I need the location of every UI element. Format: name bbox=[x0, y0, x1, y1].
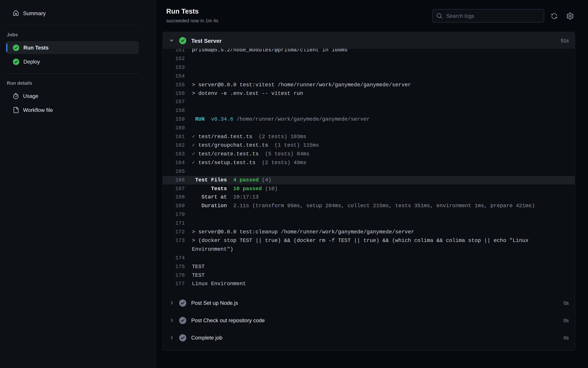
sidebar-item-deploy[interactable]: Deploy bbox=[6, 55, 139, 68]
job-header: Run Tests succeeded now in 1m 4s bbox=[166, 8, 575, 23]
log-line: 154 bbox=[163, 72, 575, 80]
step-duration: 0s bbox=[563, 335, 569, 341]
log-line: 171 bbox=[163, 219, 575, 228]
step-duration: 0s bbox=[563, 300, 569, 306]
sidebar-divider bbox=[6, 74, 139, 74]
line-number[interactable]: 162 bbox=[168, 141, 185, 150]
chevron-right-icon[interactable] bbox=[169, 335, 174, 340]
line-number[interactable]: 160 bbox=[168, 124, 185, 132]
search-box bbox=[432, 9, 544, 23]
sidebar-item-summary[interactable]: Summary bbox=[6, 7, 139, 20]
line-number[interactable]: 164 bbox=[168, 158, 185, 167]
log-line: 174 bbox=[163, 254, 575, 262]
log-line: 152 bbox=[163, 54, 575, 63]
sidebar-item-label: Deploy bbox=[23, 59, 40, 65]
line-number[interactable]: 158 bbox=[168, 106, 185, 115]
log-line: 160 bbox=[163, 124, 575, 132]
log-settings-button[interactable] bbox=[565, 11, 575, 21]
log-line: 169 Duration 2.11s (transform 95ms, setu… bbox=[163, 202, 575, 210]
line-number[interactable]: 165 bbox=[168, 167, 185, 176]
check-circle-icon bbox=[13, 45, 19, 51]
line-number[interactable]: 152 bbox=[168, 54, 185, 63]
log-line: 157 bbox=[163, 98, 575, 106]
log-line: 166 Test Files 4 passed (4) bbox=[163, 176, 575, 184]
line-number[interactable]: 176 bbox=[168, 271, 185, 280]
line-text: > server@0.0.0 test:cleanup /home/runner… bbox=[192, 228, 414, 236]
step-row-post-checkout[interactable]: Post Check out repository code 0s bbox=[163, 312, 575, 329]
sidebar-item-label: Run Tests bbox=[23, 45, 49, 51]
line-number[interactable]: 153 bbox=[168, 63, 185, 72]
sidebar: Summary Jobs Run Tests Deploy Run detail… bbox=[0, 0, 156, 368]
line-number[interactable]: 154 bbox=[168, 72, 185, 80]
line-number[interactable]: 166 bbox=[168, 176, 185, 184]
line-text: > server@0.0.0 test:vitest /home/runner/… bbox=[192, 80, 411, 89]
chevron-right-icon[interactable] bbox=[169, 318, 174, 323]
collapsed-steps: Post Set up Node.js 0s Post Check out re… bbox=[163, 294, 575, 350]
log-line: 170 bbox=[163, 210, 575, 219]
workflow-file-icon bbox=[13, 107, 19, 113]
line-number[interactable]: 163 bbox=[168, 150, 185, 158]
step-name: Test Server bbox=[191, 37, 222, 44]
line-number[interactable]: 174 bbox=[168, 254, 185, 262]
log-line: 159 RUN v0.34.6 /home/runner/work/ganyme… bbox=[163, 115, 575, 124]
sidebar-item-label: Usage bbox=[23, 93, 38, 99]
step-header-test-server[interactable]: Test Server 51s bbox=[163, 32, 575, 49]
log-lines: 151prisma@5.5.2/node_modules/@prisma/cli… bbox=[163, 46, 575, 288]
log-line: 164✓ test/setup.test.ts (2 tests) 49ms bbox=[163, 158, 575, 167]
line-text: ✓ test/setup.test.ts (2 tests) 49ms bbox=[192, 158, 306, 167]
check-circle-icon bbox=[179, 37, 186, 44]
check-circle-icon bbox=[179, 299, 186, 307]
refresh-logs-button[interactable] bbox=[549, 11, 559, 21]
check-circle-icon bbox=[179, 317, 186, 324]
line-number[interactable]: 157 bbox=[168, 98, 185, 106]
line-number[interactable]: 173 bbox=[168, 236, 185, 254]
step-row-post-setup-node[interactable]: Post Set up Node.js 0s bbox=[163, 294, 575, 312]
line-number[interactable]: 155 bbox=[168, 80, 185, 89]
line-text: Test Files 4 passed (4) bbox=[192, 176, 271, 184]
log-line: 175TEST bbox=[163, 262, 575, 271]
line-number[interactable]: 172 bbox=[168, 228, 185, 236]
line-number[interactable]: 170 bbox=[168, 210, 185, 219]
log-line: 176TEST bbox=[163, 271, 575, 280]
sidebar-item-workflow-file[interactable]: Workflow file bbox=[6, 104, 139, 117]
line-text: Tests 10 passed (10) bbox=[192, 184, 278, 193]
log-line: 153 bbox=[163, 63, 575, 72]
line-text: ✓ test/read.test.ts (2 tests) 103ms bbox=[192, 132, 306, 141]
step-row-complete-job[interactable]: Complete job 0s bbox=[163, 329, 575, 347]
line-number[interactable]: 177 bbox=[168, 280, 185, 288]
log-line: 156> dotenv -e .env.test -- vitest run bbox=[163, 89, 575, 98]
line-number[interactable]: 159 bbox=[168, 115, 185, 124]
gear-icon bbox=[566, 12, 574, 19]
page-title: Run Tests bbox=[166, 8, 218, 15]
step-name: Post Check out repository code bbox=[191, 317, 265, 323]
log-line: 167 Tests 10 passed (10) bbox=[163, 184, 575, 193]
line-number[interactable]: 169 bbox=[168, 202, 185, 210]
chevron-right-icon[interactable] bbox=[169, 300, 174, 306]
home-icon bbox=[13, 10, 19, 16]
log-line: 163✓ test/create.test.ts (5 tests) 84ms bbox=[163, 150, 575, 158]
line-number[interactable]: 167 bbox=[168, 184, 185, 193]
line-text: Start at 10:17:13 bbox=[192, 193, 258, 202]
line-text: Duration 2.11s (transform 95ms, setup 20… bbox=[192, 202, 535, 210]
log-line: 155> server@0.0.0 test:vitest /home/runn… bbox=[163, 80, 575, 89]
line-number[interactable]: 156 bbox=[168, 89, 185, 98]
step-name: Complete job bbox=[191, 335, 222, 341]
line-number[interactable]: 175 bbox=[168, 262, 185, 271]
sidebar-item-usage[interactable]: Usage bbox=[6, 90, 139, 102]
line-number[interactable]: 161 bbox=[168, 132, 185, 141]
sidebar-item-run-tests[interactable]: Run Tests bbox=[6, 41, 139, 54]
main-content: Run Tests succeeded now in 1m 4s Test Se… bbox=[156, 0, 588, 368]
log-line: 162✓ test/groupchat.test.ts (1 test) 115… bbox=[163, 141, 575, 150]
line-number[interactable]: 168 bbox=[168, 193, 185, 202]
search-logs-input[interactable] bbox=[432, 9, 544, 23]
workflow-run-page: Summary Jobs Run Tests Deploy Run detail… bbox=[0, 0, 588, 368]
line-text: TEST bbox=[192, 271, 205, 280]
check-circle-icon bbox=[13, 58, 19, 65]
log-line: 177Linux Environment bbox=[163, 280, 575, 288]
search-icon bbox=[437, 13, 442, 19]
line-text: Linux Environment bbox=[192, 280, 246, 288]
line-text: ✓ test/groupchat.test.ts (1 test) 115ms bbox=[192, 141, 319, 150]
chevron-down-icon[interactable] bbox=[169, 38, 174, 43]
step-duration: 51s bbox=[561, 38, 569, 43]
line-number[interactable]: 171 bbox=[168, 219, 185, 228]
